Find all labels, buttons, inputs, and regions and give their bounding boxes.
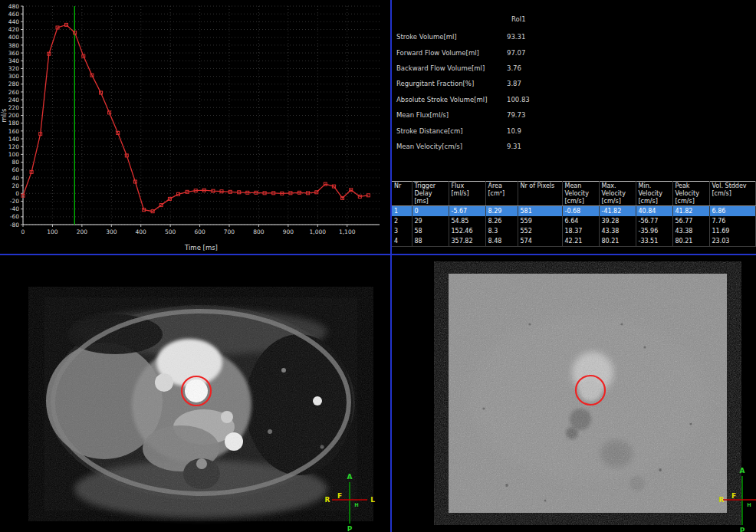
orientation-letter-posterior: P [347, 525, 353, 532]
stat-value: 10.9 [507, 127, 753, 135]
stat-row: Forward Flow Volume[ml]97.07 [396, 44, 753, 60]
stat-row: Stroke Distance[cm]10.9 [396, 123, 753, 138]
svg-text:140: 140 [8, 136, 20, 143]
table-cell: -5.67 [449, 206, 485, 217]
stat-value: 9.31 [507, 143, 753, 150]
svg-text:-40: -40 [10, 205, 19, 212]
table-cell: 18.37 [562, 226, 599, 236]
table-cell: 0 [412, 206, 449, 217]
stat-row: Mean Flux[ml/s]79.73 [396, 107, 753, 123]
table-cell: 552 [518, 226, 562, 236]
svg-text:440: 440 [8, 18, 20, 25]
column-header: Area [cm²] [485, 182, 518, 206]
svg-text:360: 360 [8, 50, 20, 57]
column-header: Nr [392, 182, 412, 206]
results-table-wrap: NrTrigger Delay [ms]Flux [ml/s]Area [cm²… [392, 181, 756, 247]
stats-rows: Stroke Volume[ml]93.31Forward Flow Volum… [396, 29, 753, 154]
table-row[interactable]: 10-5.678.29581-0.68-41.8240.8441.826.86 [392, 206, 756, 217]
svg-text:400: 400 [8, 34, 20, 41]
magnitude-image-panel: A P R L F H [0, 255, 390, 532]
panel-divider-horizontal [0, 254, 756, 255]
flow-chart[interactable]: -80-60-40-200204060801001201401601802002… [0, 0, 390, 254]
column-header: Peak Velocity [cm/s] [672, 182, 709, 206]
flow-chart-panel: -80-60-40-200204060801001201401601802002… [0, 0, 390, 254]
panel-divider-vertical [390, 0, 392, 532]
stat-value: 3.76 [507, 64, 753, 72]
svg-text:100: 100 [47, 228, 58, 235]
table-row[interactable]: 22954.858.265596.6439.28-56.7756.777.76 [392, 216, 756, 226]
stat-row: Backward Flow Volume[ml]3.76 [396, 61, 753, 76]
table-cell: 574 [518, 236, 562, 247]
column-header: Flux [ml/s] [449, 182, 485, 206]
table-cell: -56.77 [636, 216, 672, 226]
table-cell: 80.21 [672, 236, 709, 247]
table-cell: 8.29 [485, 206, 518, 217]
svg-text:120: 120 [8, 143, 20, 150]
table-cell: 58 [412, 226, 449, 236]
svg-text:0: 0 [15, 190, 19, 197]
svg-text:1,000: 1,000 [310, 228, 327, 235]
stat-label: Absolute Stroke Volume[ml] [396, 96, 507, 103]
svg-text:-80: -80 [10, 222, 19, 228]
table-cell: 43.38 [599, 226, 636, 236]
flow-analysis-screen: -80-60-40-200204060801001201401601802002… [0, 0, 756, 532]
stat-row: Absolute Stroke Volume[ml]100.83 [396, 92, 753, 107]
orientation-letter-front: F [337, 492, 342, 500]
table-cell: 8.48 [485, 236, 518, 247]
orientation-letter-anterior: A [347, 473, 353, 481]
table-cell: 7.76 [709, 216, 756, 226]
svg-text:900: 900 [283, 228, 294, 235]
table-cell: -35.96 [636, 226, 672, 236]
magnitude-image-view[interactable]: A P R L F H [0, 255, 390, 532]
svg-text:20: 20 [12, 182, 19, 189]
svg-text:80: 80 [12, 159, 19, 166]
table-row[interactable]: 488357.828.4857442.2180.21-33.5180.2123.… [392, 236, 756, 247]
stat-row: Mean Velocity[cm/s]9.31 [396, 139, 753, 154]
table-cell: 23.03 [709, 236, 756, 247]
table-cell: 80.21 [599, 236, 636, 247]
stat-value: 97.07 [507, 49, 753, 57]
results-table[interactable]: NrTrigger Delay [ms]Flux [ml/s]Area [cm²… [392, 181, 756, 247]
table-cell: 6.86 [709, 206, 756, 217]
orientation-letter-anterior: A [740, 467, 745, 475]
table-cell: 42.21 [562, 236, 599, 247]
stat-label: Backward Flow Volume[ml] [396, 64, 507, 72]
table-cell: 581 [518, 206, 562, 217]
orientation-letter-right: R [325, 496, 330, 504]
table-cell: 4 [392, 236, 412, 247]
table-row[interactable]: 358152.468.355218.3743.38-35.9643.3811.6… [392, 226, 756, 236]
table-cell: 11.69 [709, 226, 756, 236]
stat-value: 3.87 [507, 80, 753, 87]
stat-label: Regurgitant Fraction[%] [396, 80, 507, 87]
table-cell: 152.46 [449, 226, 485, 236]
table-cell: 88 [412, 236, 449, 247]
table-header-row: NrTrigger Delay [ms]Flux [ml/s]Area [cm²… [392, 182, 756, 206]
svg-text:300: 300 [8, 73, 20, 80]
table-cell: 6.64 [562, 216, 599, 226]
phase-image-view[interactable]: A P R L F H [392, 255, 756, 532]
svg-text:220: 220 [8, 104, 20, 111]
svg-text:-60: -60 [10, 213, 19, 220]
orientation-letter-front: F [731, 492, 736, 500]
svg-text:380: 380 [8, 42, 20, 49]
orientation-letter-head: H [747, 502, 751, 508]
analysis-panel: RoI1 Stroke Volume[ml]93.31Forward Flow … [392, 0, 756, 254]
svg-text:500: 500 [165, 228, 176, 235]
svg-text:700: 700 [224, 228, 235, 235]
svg-text:60: 60 [12, 166, 19, 173]
table-cell: 41.82 [672, 206, 709, 217]
svg-text:-20: -20 [10, 198, 19, 205]
table-cell: 43.38 [672, 226, 709, 236]
table-cell: 40.84 [636, 206, 672, 217]
stat-label: Forward Flow Volume[ml] [396, 49, 507, 57]
phase-image-panel: A P R L F H [392, 255, 756, 532]
svg-text:100: 100 [8, 151, 20, 158]
column-header: Nr of Pixels [518, 182, 562, 206]
svg-text:200: 200 [8, 112, 20, 119]
column-header: Trigger Delay [ms] [412, 182, 449, 206]
table-cell: 8.3 [485, 226, 518, 236]
column-header: Min. Velocity [cm/s] [636, 182, 672, 206]
table-cell: -33.51 [636, 236, 672, 247]
svg-text:280: 280 [8, 80, 20, 87]
svg-text:180: 180 [8, 120, 20, 126]
